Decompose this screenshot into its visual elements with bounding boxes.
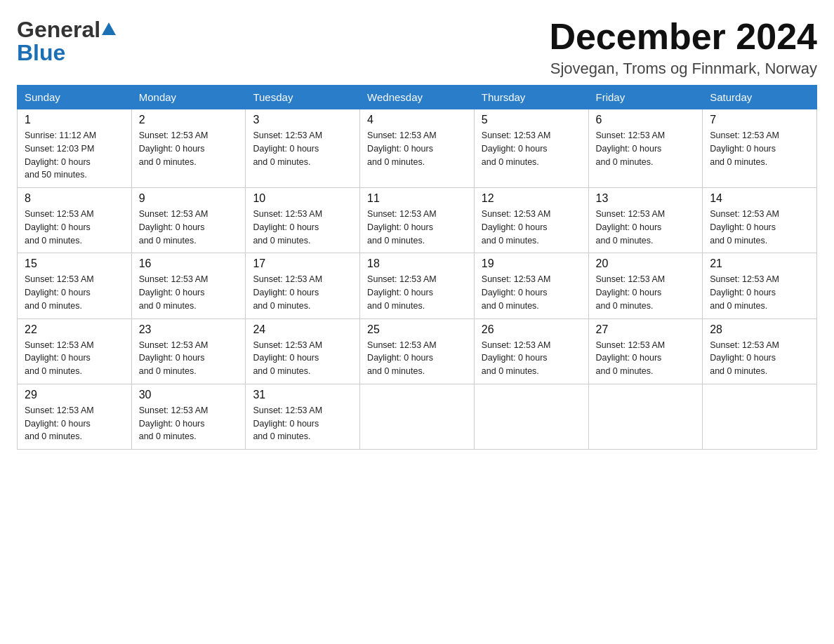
day-number: 18 — [367, 257, 467, 270]
calendar-cell: 23Sunset: 12:53 AMDaylight: 0 hoursand 0… — [131, 318, 246, 384]
day-number: 15 — [25, 257, 124, 270]
calendar-cell: 2Sunset: 12:53 AMDaylight: 0 hoursand 0 … — [131, 109, 246, 188]
day-info: Sunset: 12:53 AMDaylight: 0 hoursand 0 m… — [596, 129, 696, 168]
calendar-cell: 28Sunset: 12:53 AMDaylight: 0 hoursand 0… — [703, 318, 817, 384]
day-number: 19 — [482, 257, 581, 270]
calendar-cell: 19Sunset: 12:53 AMDaylight: 0 hoursand 0… — [474, 253, 588, 318]
day-number: 13 — [596, 192, 696, 205]
day-number: 31 — [253, 389, 352, 401]
day-info: Sunset: 12:53 AMDaylight: 0 hoursand 0 m… — [139, 339, 239, 378]
calendar-cell: 7Sunset: 12:53 AMDaylight: 0 hoursand 0 … — [703, 109, 817, 188]
calendar-cell: 25Sunset: 12:53 AMDaylight: 0 hoursand 0… — [360, 318, 475, 384]
calendar-cell — [703, 384, 817, 449]
calendar-cell — [360, 384, 475, 449]
title-area: December 2024 Sjovegan, Troms og Finnmar… — [549, 17, 817, 78]
day-info: Sunset: 12:53 AMDaylight: 0 hoursand 0 m… — [139, 208, 239, 247]
day-number: 30 — [139, 389, 239, 401]
logo-triangle-icon — [102, 21, 116, 39]
day-number: 24 — [253, 323, 352, 336]
calendar-cell: 15Sunset: 12:53 AMDaylight: 0 hoursand 0… — [18, 253, 132, 318]
day-number: 25 — [367, 323, 467, 336]
day-info: Sunset: 12:53 AMDaylight: 0 hoursand 0 m… — [253, 339, 352, 378]
day-info: Sunset: 12:53 AMDaylight: 0 hoursand 0 m… — [367, 339, 467, 378]
calendar-week-row: 15Sunset: 12:53 AMDaylight: 0 hoursand 0… — [18, 253, 817, 318]
calendar-cell: 24Sunset: 12:53 AMDaylight: 0 hoursand 0… — [246, 318, 360, 384]
day-info: Sunset: 12:53 AMDaylight: 0 hoursand 0 m… — [253, 273, 352, 312]
day-number: 7 — [710, 114, 809, 126]
page-header: General Blue December 2024 Sjovegan, Tro… — [17, 17, 817, 78]
calendar-cell: 1Sunrise: 11:12 AMSunset: 12:03 PMDaylig… — [18, 109, 132, 188]
day-number: 3 — [253, 114, 352, 126]
day-info: Sunset: 12:53 AMDaylight: 0 hoursand 0 m… — [710, 208, 809, 247]
calendar-header-tuesday: Tuesday — [246, 86, 360, 109]
calendar-cell: 12Sunset: 12:53 AMDaylight: 0 hoursand 0… — [474, 188, 588, 253]
logo-general-text: General — [17, 17, 100, 43]
calendar-week-row: 22Sunset: 12:53 AMDaylight: 0 hoursand 0… — [18, 318, 817, 384]
calendar-cell: 14Sunset: 12:53 AMDaylight: 0 hoursand 0… — [703, 188, 817, 253]
day-info: Sunset: 12:53 AMDaylight: 0 hoursand 0 m… — [596, 339, 696, 378]
day-number: 27 — [596, 323, 696, 336]
day-info: Sunset: 12:53 AMDaylight: 0 hoursand 0 m… — [25, 339, 124, 378]
day-info: Sunset: 12:53 AMDaylight: 0 hoursand 0 m… — [139, 129, 239, 168]
calendar-cell: 26Sunset: 12:53 AMDaylight: 0 hoursand 0… — [474, 318, 588, 384]
calendar-header-thursday: Thursday — [474, 86, 588, 109]
calendar-week-row: 1Sunrise: 11:12 AMSunset: 12:03 PMDaylig… — [18, 109, 817, 188]
calendar-cell: 29Sunset: 12:53 AMDaylight: 0 hoursand 0… — [18, 384, 132, 449]
day-number: 2 — [139, 114, 239, 126]
calendar-cell — [588, 384, 703, 449]
calendar-week-row: 29Sunset: 12:53 AMDaylight: 0 hoursand 0… — [18, 384, 817, 449]
calendar-header-wednesday: Wednesday — [360, 86, 475, 109]
logo: General — [17, 17, 116, 43]
calendar-cell: 22Sunset: 12:53 AMDaylight: 0 hoursand 0… — [18, 318, 132, 384]
day-info: Sunset: 12:53 AMDaylight: 0 hoursand 0 m… — [710, 129, 809, 168]
day-info: Sunset: 12:53 AMDaylight: 0 hoursand 0 m… — [710, 273, 809, 312]
day-info: Sunset: 12:53 AMDaylight: 0 hoursand 0 m… — [596, 208, 696, 247]
calendar-cell: 4Sunset: 12:53 AMDaylight: 0 hoursand 0 … — [360, 109, 475, 188]
day-number: 23 — [139, 323, 239, 336]
calendar-cell: 5Sunset: 12:53 AMDaylight: 0 hoursand 0 … — [474, 109, 588, 188]
location-subtitle: Sjovegan, Troms og Finnmark, Norway — [549, 60, 817, 78]
day-info: Sunset: 12:53 AMDaylight: 0 hoursand 0 m… — [253, 129, 352, 168]
day-number: 12 — [482, 192, 581, 205]
day-number: 20 — [596, 257, 696, 270]
calendar-table: SundayMondayTuesdayWednesdayThursdayFrid… — [17, 85, 817, 450]
day-info: Sunset: 12:53 AMDaylight: 0 hoursand 0 m… — [596, 273, 696, 312]
calendar-cell: 21Sunset: 12:53 AMDaylight: 0 hoursand 0… — [703, 253, 817, 318]
day-info: Sunset: 12:53 AMDaylight: 0 hoursand 0 m… — [482, 339, 581, 378]
day-info: Sunset: 12:53 AMDaylight: 0 hoursand 0 m… — [25, 404, 124, 443]
calendar-header-friday: Friday — [588, 86, 703, 109]
day-info: Sunset: 12:53 AMDaylight: 0 hoursand 0 m… — [139, 404, 239, 443]
calendar-cell: 11Sunset: 12:53 AMDaylight: 0 hoursand 0… — [360, 188, 475, 253]
day-number: 10 — [253, 192, 352, 205]
calendar-header-row: SundayMondayTuesdayWednesdayThursdayFrid… — [18, 86, 817, 109]
svg-marker-0 — [102, 22, 116, 35]
month-year-title: December 2024 — [549, 17, 817, 57]
day-number: 22 — [25, 323, 124, 336]
logo-area: General Blue — [17, 17, 116, 66]
day-info: Sunset: 12:53 AMDaylight: 0 hoursand 0 m… — [710, 339, 809, 378]
day-info: Sunset: 12:53 AMDaylight: 0 hoursand 0 m… — [482, 129, 581, 168]
day-number: 17 — [253, 257, 352, 270]
day-number: 26 — [482, 323, 581, 336]
day-info: Sunset: 12:53 AMDaylight: 0 hoursand 0 m… — [482, 208, 581, 247]
calendar-header-saturday: Saturday — [703, 86, 817, 109]
day-number: 28 — [710, 323, 809, 336]
day-info: Sunrise: 11:12 AMSunset: 12:03 PMDayligh… — [25, 129, 124, 182]
day-number: 29 — [25, 389, 124, 401]
calendar-cell: 3Sunset: 12:53 AMDaylight: 0 hoursand 0 … — [246, 109, 360, 188]
day-info: Sunset: 12:53 AMDaylight: 0 hoursand 0 m… — [367, 129, 467, 168]
day-number: 14 — [710, 192, 809, 205]
calendar-week-row: 8Sunset: 12:53 AMDaylight: 0 hoursand 0 … — [18, 188, 817, 253]
day-info: Sunset: 12:53 AMDaylight: 0 hoursand 0 m… — [139, 273, 239, 312]
day-info: Sunset: 12:53 AMDaylight: 0 hoursand 0 m… — [367, 208, 467, 247]
calendar-cell — [474, 384, 588, 449]
calendar-cell: 27Sunset: 12:53 AMDaylight: 0 hoursand 0… — [588, 318, 703, 384]
calendar-cell: 16Sunset: 12:53 AMDaylight: 0 hoursand 0… — [131, 253, 246, 318]
calendar-cell: 6Sunset: 12:53 AMDaylight: 0 hoursand 0 … — [588, 109, 703, 188]
day-number: 6 — [596, 114, 696, 126]
day-info: Sunset: 12:53 AMDaylight: 0 hoursand 0 m… — [253, 404, 352, 443]
calendar-cell: 17Sunset: 12:53 AMDaylight: 0 hoursand 0… — [246, 253, 360, 318]
calendar-cell: 8Sunset: 12:53 AMDaylight: 0 hoursand 0 … — [18, 188, 132, 253]
day-info: Sunset: 12:53 AMDaylight: 0 hoursand 0 m… — [253, 208, 352, 247]
day-info: Sunset: 12:53 AMDaylight: 0 hoursand 0 m… — [482, 273, 581, 312]
